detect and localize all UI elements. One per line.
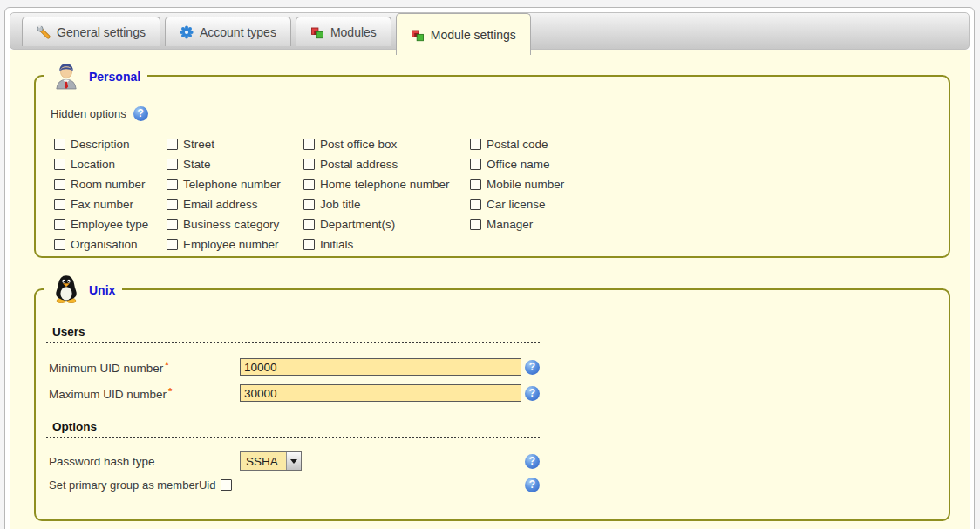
hidden-option-label: Employee number — [183, 238, 279, 251]
options-heading: Options — [46, 420, 540, 438]
tab-modules[interactable]: Modules — [296, 17, 391, 46]
person-icon — [51, 60, 81, 92]
uid-field-row: Minimum UID number*? — [49, 354, 540, 380]
hidden-option: Telephone number — [167, 178, 303, 191]
hidden-option-checkbox[interactable] — [167, 199, 178, 210]
hidden-option-checkbox[interactable] — [470, 159, 481, 170]
required-asterisk: * — [168, 386, 172, 397]
hidden-option: Home telephone number — [303, 178, 470, 191]
hidden-option-label: Location — [71, 158, 115, 171]
modules-icon — [310, 25, 324, 39]
hidden-option-label: Post office box — [320, 138, 397, 151]
hidden-option-checkbox[interactable] — [54, 219, 65, 230]
hidden-option-checkbox[interactable] — [470, 139, 481, 150]
member-uid-label: Set primary group as memberUid — [49, 478, 215, 492]
hidden-option-checkbox[interactable] — [167, 179, 178, 190]
hidden-option-checkbox[interactable] — [54, 199, 65, 210]
hidden-option-checkbox[interactable] — [470, 199, 481, 210]
users-heading: Users — [46, 325, 540, 343]
hidden-option-label: Job title — [320, 198, 361, 211]
help-icon[interactable]: ? — [525, 386, 540, 401]
hidden-option-checkbox[interactable] — [167, 239, 178, 250]
hidden-option-label: Business category — [183, 218, 279, 231]
hidden-option-label: Home telephone number — [320, 178, 450, 191]
hidden-option: Email address — [167, 198, 303, 211]
hidden-option-checkbox[interactable] — [54, 139, 65, 150]
hidden-option-label: Email address — [183, 198, 258, 211]
hidden-options-grid: DescriptionStreetPost office boxPostal c… — [54, 134, 936, 254]
hidden-option-label: Description — [71, 138, 130, 151]
modules-icon — [411, 28, 425, 42]
hidden-option-label: State — [183, 158, 211, 171]
password-hash-select[interactable]: SSHA — [240, 451, 302, 471]
uid-field-row: Maximum UID number*? — [49, 380, 540, 406]
tab-account-types[interactable]: Account types — [165, 17, 291, 46]
hidden-option-label: Manager — [487, 218, 533, 231]
help-icon[interactable]: ? — [525, 454, 540, 469]
hidden-option: Post office box — [303, 138, 470, 151]
hidden-option-label: Fax number — [71, 198, 133, 211]
password-hash-label: Password hash type — [49, 455, 240, 468]
hidden-option-checkbox[interactable] — [303, 159, 315, 170]
uid-input[interactable] — [240, 358, 521, 376]
member-uid-checkbox[interactable] — [221, 479, 232, 491]
hidden-option: Description — [54, 138, 167, 151]
hidden-option-checkbox[interactable] — [167, 219, 178, 230]
hidden-option-label: Department(s) — [320, 218, 395, 231]
hidden-option-label: Telephone number — [183, 178, 281, 191]
tab-label: Module settings — [431, 28, 516, 42]
hidden-option-label: Initials — [320, 238, 353, 251]
tab-module-settings[interactable]: Module settings — [396, 13, 531, 55]
hidden-option-checkbox[interactable] — [54, 239, 65, 250]
hidden-option-label: Car license — [487, 198, 546, 211]
hidden-option-label: Office name — [487, 158, 550, 171]
password-hash-value: SSHA — [241, 452, 286, 470]
hidden-option: Location — [54, 158, 167, 171]
hidden-options-label: Hidden options — [51, 107, 126, 120]
help-icon[interactable]: ? — [525, 360, 540, 375]
hidden-option-label: Postal code — [487, 138, 548, 151]
tab-label: General settings — [57, 25, 146, 39]
hidden-option-checkbox[interactable] — [470, 219, 481, 230]
personal-legend: Personal — [44, 59, 147, 92]
hidden-option-label: Room number — [71, 178, 146, 191]
tab-general-settings[interactable]: General settings — [22, 17, 160, 46]
hidden-option: Initials — [303, 238, 470, 251]
hidden-option-checkbox[interactable] — [303, 199, 315, 210]
hidden-option: Street — [167, 138, 303, 151]
help-icon[interactable]: ? — [133, 106, 148, 121]
required-asterisk: * — [165, 360, 168, 370]
gear-icon — [180, 25, 194, 39]
hidden-option: Employee number — [167, 238, 303, 251]
hidden-option-checkbox[interactable] — [167, 139, 178, 150]
hidden-option: Postal address — [303, 158, 470, 171]
hidden-option-label: Employee type — [71, 218, 148, 231]
hidden-option: Fax number — [54, 198, 167, 211]
wrench-icon — [37, 25, 51, 39]
hidden-option-checkbox[interactable] — [303, 239, 315, 250]
unix-section: Unix Users Minimum UID number*?Maximum U… — [34, 288, 950, 521]
hidden-option-checkbox[interactable] — [303, 179, 315, 190]
hidden-option-checkbox[interactable] — [54, 159, 65, 170]
field-label: Maximum UID number* — [49, 386, 240, 401]
hidden-option: Room number — [54, 178, 167, 191]
settings-window: General settingsAccount typesModulesModu… — [4, 7, 975, 529]
hidden-option-label: Street — [183, 138, 214, 151]
chevron-down-icon[interactable] — [286, 452, 301, 470]
hidden-option: Department(s) — [303, 218, 470, 231]
module-settings-panel: Personal Hidden options ? DescriptionStr… — [10, 50, 970, 529]
hidden-option-checkbox[interactable] — [303, 219, 315, 230]
personal-title: Personal — [89, 68, 140, 84]
help-icon[interactable]: ? — [525, 478, 540, 492]
tab-bar: General settingsAccount typesModulesModu… — [10, 12, 970, 50]
hidden-option: Job title — [303, 198, 470, 211]
hidden-option-checkbox[interactable] — [54, 179, 65, 190]
hidden-option: Manager — [470, 218, 936, 231]
hidden-option: Car license — [470, 198, 936, 211]
hidden-option-checkbox[interactable] — [470, 179, 481, 190]
hidden-option-checkbox[interactable] — [303, 139, 315, 150]
hidden-option-checkbox[interactable] — [167, 159, 178, 170]
password-hash-row: Password hash type SSHA ? — [49, 449, 540, 473]
uid-input[interactable] — [240, 384, 521, 402]
field-label: Minimum UID number* — [49, 360, 240, 375]
